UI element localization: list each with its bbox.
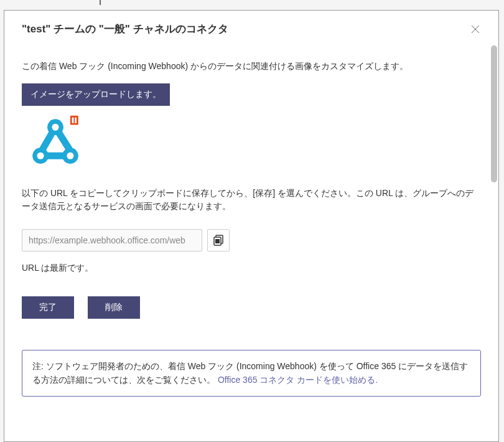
image-customize-description: この着信 Web フック (Incoming Webhook) からのデータに関… [22,61,481,72]
svg-rect-12 [215,239,220,243]
dialog-content: この着信 Web フック (Incoming Webhook) からのデータに関… [4,44,498,409]
connector-card-link[interactable]: Office 365 コネクタ カードを使い始める. [218,375,378,385]
svg-point-5 [52,124,58,131]
incoming-webhook-icon [27,115,84,172]
done-button[interactable]: 完了 [22,296,74,319]
svg-point-7 [67,153,73,159]
svg-rect-10 [75,118,77,123]
url-row [22,229,481,252]
close-icon [471,25,480,34]
url-status-text: URL は最新です。 [22,263,481,274]
copy-icon [213,235,223,246]
dialog-container: "test" チームの "一般" チャネルのコネクタ この着信 Web フック … [4,10,499,442]
developer-note-box: 注: ソフトウェア開発者のための、着信 Web フック (Incoming We… [22,350,481,397]
dialog-header: "test" チームの "一般" チャネルのコネクタ [4,11,498,44]
svg-rect-9 [72,118,74,123]
webhook-image-preview [22,115,481,172]
svg-point-6 [37,153,44,159]
url-copy-description: 以下の URL をコピーしてクリップボードに保存してから、[保存] を選んでくだ… [22,187,481,213]
action-buttons: 完了 削除 [22,296,481,319]
close-button[interactable] [470,24,481,35]
top-tab-indicator [100,0,101,5]
svg-rect-8 [70,116,78,125]
delete-button[interactable]: 削除 [88,296,140,319]
upload-image-button[interactable]: イメージをアップロードします。 [22,83,170,106]
dialog-title: "test" チームの "一般" チャネルのコネクタ [22,22,228,36]
webhook-url-input[interactable] [22,229,202,252]
copy-url-button[interactable] [207,229,230,252]
